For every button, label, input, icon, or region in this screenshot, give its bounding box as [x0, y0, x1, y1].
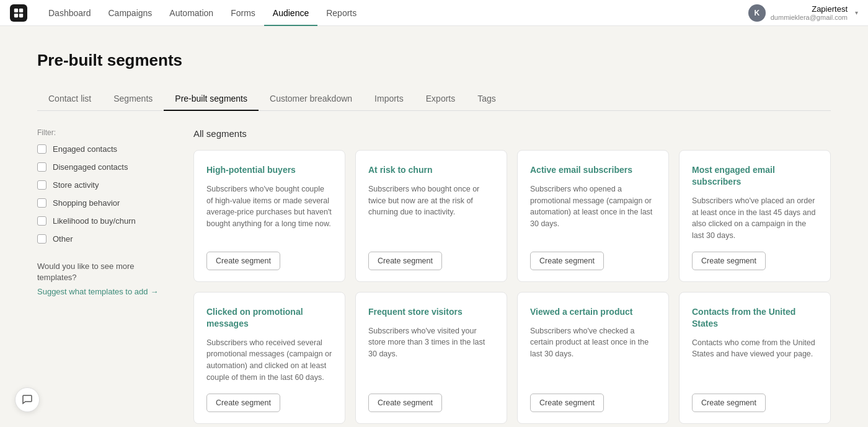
- segment-title-high-potential: High-potential buyers: [206, 164, 332, 176]
- segment-desc-frequent-visitors: Subscribers who've visited your store mo…: [368, 325, 494, 384]
- segment-footer-viewed-product: Create segment: [530, 394, 656, 412]
- nav-user-section[interactable]: K Zapiertest dummieklera@gmail.com ▾: [748, 4, 858, 22]
- segment-card-active-email: Active email subscribers Subscribers who…: [517, 150, 669, 282]
- segment-footer-us-contacts: Create segment: [692, 394, 818, 412]
- segment-title-frequent-visitors: Frequent store visitors: [368, 306, 494, 318]
- segment-card-frequent-visitors: Frequent store visitors Subscribers who'…: [355, 292, 507, 424]
- user-info: Zapiertest dummieklera@gmail.com: [771, 4, 848, 21]
- suggest-text: Would you like to see more templates?: [37, 261, 174, 283]
- top-navigation: Dashboard Campaigns Automation Forms Aud…: [0, 0, 868, 26]
- segment-card-viewed-product: Viewed a certain product Subscribers who…: [517, 292, 669, 424]
- segment-card-high-potential: High-potential buyers Subscribers who've…: [193, 150, 345, 282]
- segment-footer-high-potential: Create segment: [206, 252, 332, 270]
- main-content: Pre-built segments Contact list Segments…: [0, 26, 868, 427]
- filter-likelihood-label: Likelihood to buy/churn: [53, 216, 136, 226]
- filter-likelihood-checkbox[interactable]: [37, 216, 46, 226]
- filter-disengaged-checkbox[interactable]: [37, 162, 46, 172]
- filter-store-activity[interactable]: Store activity: [37, 180, 174, 190]
- filter-sidebar: Filter: Engaged contacts Disengaged cont…: [37, 128, 174, 424]
- user-email: dummieklera@gmail.com: [771, 14, 848, 21]
- segment-footer-most-engaged: Create segment: [692, 252, 818, 270]
- segment-desc-at-risk: Subscribers who bought once or twice but…: [368, 183, 494, 242]
- create-segment-clicked-promo-button[interactable]: Create segment: [206, 394, 280, 412]
- tab-imports[interactable]: Imports: [363, 87, 415, 111]
- chat-icon: [21, 394, 33, 406]
- filter-disengaged-contacts[interactable]: Disengaged contacts: [37, 162, 174, 172]
- nav-campaigns[interactable]: Campaigns: [100, 0, 161, 26]
- svg-rect-3: [19, 13, 23, 17]
- tab-tags[interactable]: Tags: [466, 87, 507, 111]
- segment-footer-clicked-promo: Create segment: [206, 394, 332, 412]
- filter-store-label: Store activity: [53, 180, 99, 190]
- tab-exports[interactable]: Exports: [415, 87, 466, 111]
- tab-prebuilt-segments[interactable]: Pre-built segments: [164, 87, 259, 111]
- filter-disengaged-label: Disengaged contacts: [53, 162, 128, 172]
- create-segment-high-potential-button[interactable]: Create segment: [206, 252, 280, 270]
- segment-card-clicked-promo: Clicked on promotional messages Subscrib…: [193, 292, 345, 424]
- filter-label: Filter:: [37, 128, 174, 137]
- chevron-down-icon: ▾: [855, 9, 858, 16]
- suggest-link[interactable]: Suggest what templates to add →: [37, 287, 174, 296]
- segment-desc-most-engaged: Subscribers who've placed an order at le…: [692, 195, 818, 242]
- filter-engaged-contacts[interactable]: Engaged contacts: [37, 144, 174, 154]
- segment-footer-at-risk: Create segment: [368, 252, 494, 270]
- svg-rect-0: [14, 8, 18, 12]
- filter-shopping-behavior[interactable]: Shopping behavior: [37, 198, 174, 208]
- nav-automation[interactable]: Automation: [161, 0, 222, 26]
- segments-grid: High-potential buyers Subscribers who've…: [193, 150, 831, 424]
- nav-audience[interactable]: Audience: [264, 0, 317, 26]
- segment-footer-active-email: Create segment: [530, 252, 656, 270]
- segment-desc-active-email: Subscribers who opened a promotional mes…: [530, 183, 656, 242]
- tab-bar: Contact list Segments Pre-built segments…: [37, 87, 831, 111]
- filter-shopping-label: Shopping behavior: [53, 198, 120, 208]
- segment-desc-viewed-product: Subscribers who've checked a certain pro…: [530, 325, 656, 384]
- tab-contact-list[interactable]: Contact list: [37, 87, 102, 111]
- filter-likelihood[interactable]: Likelihood to buy/churn: [37, 216, 174, 226]
- tab-customer-breakdown[interactable]: Customer breakdown: [259, 87, 363, 111]
- segment-title-most-engaged: Most engaged email subscribers: [692, 164, 818, 188]
- segment-title-at-risk: At risk to churn: [368, 164, 494, 176]
- nav-forms[interactable]: Forms: [222, 0, 264, 26]
- create-segment-at-risk-button[interactable]: Create segment: [368, 252, 442, 270]
- segment-title-us-contacts: Contacts from the United States: [692, 306, 818, 330]
- filter-other-checkbox[interactable]: [37, 234, 46, 244]
- nav-reports[interactable]: Reports: [317, 0, 365, 26]
- segment-title-clicked-promo: Clicked on promotional messages: [206, 306, 332, 330]
- segment-card-at-risk: At risk to churn Subscribers who bought …: [355, 150, 507, 282]
- create-segment-viewed-product-button[interactable]: Create segment: [530, 394, 604, 412]
- nav-dashboard[interactable]: Dashboard: [40, 0, 100, 26]
- filter-other-label: Other: [53, 234, 73, 244]
- segment-title-viewed-product: Viewed a certain product: [530, 306, 656, 318]
- create-segment-frequent-visitors-button[interactable]: Create segment: [368, 394, 442, 412]
- svg-rect-2: [14, 13, 18, 17]
- svg-rect-1: [19, 8, 23, 12]
- suggest-arrow-icon: →: [151, 287, 159, 296]
- segment-desc-us-contacts: Contacts who come from the United States…: [692, 337, 818, 384]
- filter-shopping-checkbox[interactable]: [37, 198, 46, 208]
- user-name: Zapiertest: [771, 4, 848, 14]
- filter-engaged-label: Engaged contacts: [53, 144, 117, 154]
- chat-bubble-button[interactable]: [15, 387, 40, 412]
- content-area: Filter: Engaged contacts Disengaged cont…: [37, 128, 831, 424]
- create-segment-active-email-button[interactable]: Create segment: [530, 252, 604, 270]
- segment-title-active-email: Active email subscribers: [530, 164, 656, 176]
- create-segment-us-contacts-button[interactable]: Create segment: [692, 394, 766, 412]
- segments-area: All segments High-potential buyers Subsc…: [193, 128, 831, 424]
- nav-links: Dashboard Campaigns Automation Forms Aud…: [40, 0, 748, 26]
- segment-card-us-contacts: Contacts from the United States Contacts…: [679, 292, 831, 424]
- filter-engaged-checkbox[interactable]: [37, 144, 46, 154]
- filter-other[interactable]: Other: [37, 234, 174, 244]
- suggest-section: Would you like to see more templates? Su…: [37, 261, 174, 296]
- segment-desc-clicked-promo: Subscribers who received several promoti…: [206, 337, 332, 384]
- filter-store-checkbox[interactable]: [37, 180, 46, 190]
- avatar: K: [748, 4, 766, 22]
- suggest-link-label: Suggest what templates to add: [37, 287, 148, 296]
- segment-desc-high-potential: Subscribers who've bought couple of high…: [206, 183, 332, 242]
- segment-footer-frequent-visitors: Create segment: [368, 394, 494, 412]
- app-logo[interactable]: [10, 4, 27, 22]
- segments-section-title: All segments: [193, 128, 831, 139]
- segment-card-most-engaged: Most engaged email subscribers Subscribe…: [679, 150, 831, 282]
- tab-segments[interactable]: Segments: [102, 87, 164, 111]
- page-title: Pre-built segments: [37, 51, 831, 70]
- create-segment-most-engaged-button[interactable]: Create segment: [692, 252, 766, 270]
